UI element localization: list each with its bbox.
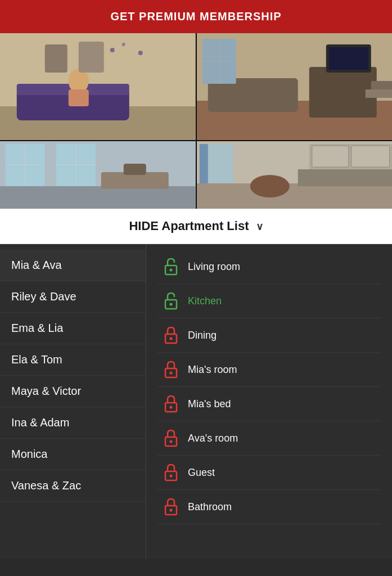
room-name-guest: Guest	[188, 467, 215, 479]
svg-point-40	[250, 175, 289, 197]
lock-closed-icon-mias-room	[162, 361, 180, 379]
lock-closed-icon-dining	[162, 326, 180, 344]
room-name-kitchen: Kitchen	[188, 295, 222, 307]
apartment-item-ina-adam[interactable]: Ina & Adam	[0, 407, 146, 439]
camera-cell-3[interactable]: 24-08-2023 15:41:41	[0, 141, 196, 209]
chevron-down-icon: ∨	[256, 221, 263, 232]
apartment-item-riley-dave[interactable]: Riley & Dave	[0, 281, 146, 313]
room-item-living-room[interactable]: Living room	[157, 250, 381, 284]
apartment-item-ela-tom[interactable]: Ela & Tom	[0, 344, 146, 376]
room-name-mias-room: Mia's room	[188, 364, 237, 376]
svg-rect-38	[351, 146, 389, 167]
apartment-item-maya-victor[interactable]: Maya & Victor	[0, 376, 146, 407]
svg-point-8	[110, 48, 115, 52]
svg-rect-20	[365, 89, 392, 98]
svg-point-50	[170, 406, 173, 409]
lock-closed-icon-guest	[162, 464, 180, 482]
apartment-item-vanesa-zac[interactable]: Vanesa & Zac	[0, 470, 146, 502]
svg-point-52	[170, 440, 173, 443]
apartment-label: Mia & Ava	[11, 259, 62, 271]
room-item-guest[interactable]: Guest	[157, 456, 381, 490]
premium-banner-text: GET PREMIUM MEMBERSHIP	[110, 10, 281, 22]
svg-point-42	[170, 269, 173, 272]
premium-banner[interactable]: GET PREMIUM MEMBERSHIP	[0, 0, 392, 33]
room-list: Living room Kitchen Dining	[146, 244, 392, 559]
room-item-mias-room[interactable]: Mia's room	[157, 353, 381, 387]
svg-point-10	[138, 51, 143, 55]
apartment-label: Maya & Victor	[11, 385, 81, 397]
hide-list-text: HIDE Apartment List	[129, 219, 249, 233]
lock-closed-icon-avas-room	[162, 429, 180, 447]
svg-point-54	[170, 475, 173, 478]
camera-cell-2[interactable]: 31-08-2023 21:21:43	[197, 33, 393, 140]
svg-point-44	[170, 303, 173, 306]
room-item-avas-room[interactable]: Ava's room	[157, 421, 381, 456]
apartment-item-monica[interactable]: Monica	[0, 439, 146, 470]
room-name-avas-room: Ava's room	[188, 433, 238, 444]
apartment-label: Vanesa & Zac	[11, 479, 81, 492]
apartment-item-mia-ava[interactable]: Mia & Ava	[0, 250, 146, 281]
apartment-label: Ina & Adam	[11, 416, 69, 429]
camera-grid: 24-08-2023 15:41:41 31-08-2023 21:21:43	[0, 33, 392, 209]
room-item-mias-bed[interactable]: Mia's bed	[157, 387, 381, 421]
camera-cell-1[interactable]: 24-08-2023 15:41:41	[0, 33, 196, 140]
apartment-list: Mia & Ava Riley & Dave Ema & Lia Ela & T…	[0, 244, 146, 559]
apartment-item-ema-lia[interactable]: Ema & Lia	[0, 313, 146, 344]
apartment-label: Riley & Dave	[11, 290, 76, 303]
svg-rect-5	[69, 89, 89, 106]
svg-rect-16	[328, 47, 368, 70]
hide-list-toggle[interactable]: HIDE Apartment List ∨	[0, 209, 392, 244]
camera-cell-4[interactable]: 31-08-2023 21:21:43	[197, 141, 393, 209]
room-item-dining[interactable]: Dining	[157, 318, 381, 353]
room-name-dining: Dining	[188, 330, 217, 341]
apartment-label: Ela & Tom	[11, 353, 62, 366]
svg-rect-7	[79, 42, 104, 73]
svg-rect-31	[124, 164, 146, 175]
room-item-bathroom[interactable]: Bathroom	[157, 490, 381, 524]
svg-rect-37	[312, 146, 348, 167]
svg-rect-21	[371, 81, 392, 89]
room-item-kitchen[interactable]: Kitchen	[157, 284, 381, 318]
room-name-bathroom: Bathroom	[188, 501, 232, 513]
apartment-content: Mia & Ava Riley & Dave Ema & Lia Ela & T…	[0, 244, 392, 559]
svg-rect-23	[0, 186, 196, 209]
lock-closed-icon-mias-bed	[162, 395, 180, 413]
room-name-mias-bed: Mia's bed	[188, 398, 231, 410]
svg-rect-39	[298, 169, 392, 186]
svg-rect-35	[199, 144, 208, 183]
svg-point-48	[170, 372, 173, 375]
svg-point-46	[170, 338, 173, 340]
apartment-label: Monica	[11, 448, 47, 460]
room-name-living-room: Living room	[188, 261, 240, 273]
svg-point-56	[170, 509, 173, 512]
lock-open-icon-kitchen	[162, 292, 180, 310]
lock-closed-icon-bathroom	[162, 498, 180, 516]
svg-point-9	[122, 43, 125, 46]
lock-open-icon	[162, 258, 180, 276]
svg-rect-33	[197, 183, 393, 209]
svg-rect-6	[45, 44, 67, 73]
apartment-label: Ema & Lia	[11, 322, 63, 334]
